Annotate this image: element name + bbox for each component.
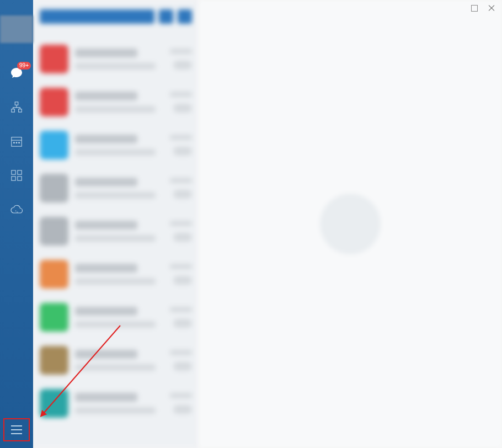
chat-avatar	[40, 389, 68, 418]
more-button[interactable]	[178, 9, 192, 24]
chat-avatar	[40, 260, 68, 289]
close-button[interactable]	[488, 5, 494, 12]
chat-text	[75, 264, 164, 285]
svg-point-7	[19, 142, 20, 143]
add-button[interactable]	[159, 9, 173, 24]
chat-avatar	[40, 346, 68, 375]
svg-rect-1	[12, 109, 15, 113]
chat-badge: 99+	[17, 62, 31, 70]
svg-point-5	[14, 142, 15, 143]
chat-meta	[164, 92, 192, 113]
svg-rect-0	[15, 102, 18, 105]
chat-items-container	[33, 33, 199, 425]
nav-icons-group: 99+	[10, 66, 23, 216]
chat-text	[75, 221, 164, 242]
svg-point-6	[16, 142, 17, 143]
user-avatar[interactable]	[0, 15, 33, 43]
chat-meta	[164, 264, 192, 285]
chat-item[interactable]	[33, 339, 199, 382]
chat-meta	[164, 393, 192, 414]
chat-meta	[164, 221, 192, 242]
search-row	[33, 0, 199, 33]
left-nav-rail: 99+	[0, 0, 33, 448]
chat-text	[75, 49, 164, 70]
chat-text	[75, 350, 164, 371]
chat-icon[interactable]: 99+	[10, 66, 23, 79]
chat-item[interactable]	[33, 124, 199, 167]
chat-avatar	[40, 131, 68, 159]
chat-item[interactable]	[33, 81, 199, 124]
svg-rect-2	[19, 109, 22, 113]
search-input[interactable]	[40, 9, 154, 24]
chat-avatar	[40, 45, 68, 73]
chat-meta	[164, 178, 192, 199]
svg-rect-11	[18, 177, 22, 180]
chat-avatar	[40, 217, 68, 246]
chat-text	[75, 92, 164, 113]
chat-meta	[164, 350, 192, 371]
org-icon[interactable]	[10, 100, 23, 114]
svg-rect-8	[12, 170, 15, 174]
workspace-grid-icon[interactable]	[10, 169, 23, 182]
cloud-phone-icon[interactable]	[10, 203, 23, 216]
hamburger-icon	[11, 425, 22, 434]
chat-text	[75, 307, 164, 328]
chat-text	[75, 135, 164, 156]
chat-item[interactable]	[33, 38, 199, 81]
chat-avatar	[40, 174, 68, 202]
chat-meta	[164, 307, 192, 328]
maximize-button[interactable]	[471, 5, 478, 12]
svg-rect-10	[12, 177, 15, 180]
chat-meta	[164, 49, 192, 70]
chat-meta	[164, 135, 192, 156]
main-content	[199, 0, 502, 448]
chat-item[interactable]	[33, 210, 199, 253]
calendar-icon[interactable]	[10, 135, 23, 148]
chat-text	[75, 178, 164, 199]
loading-placeholder	[320, 194, 381, 254]
chat-avatar	[40, 303, 68, 332]
chat-list-panel	[33, 0, 199, 448]
chat-item[interactable]	[33, 167, 199, 210]
chat-avatar	[40, 88, 68, 116]
window-controls	[458, 0, 502, 17]
menu-button[interactable]	[3, 418, 30, 441]
svg-rect-9	[18, 170, 22, 174]
svg-rect-3	[12, 137, 22, 146]
chat-text	[75, 393, 164, 414]
chat-item[interactable]	[33, 253, 199, 296]
chat-item[interactable]	[33, 296, 199, 339]
chat-item[interactable]	[33, 382, 199, 425]
